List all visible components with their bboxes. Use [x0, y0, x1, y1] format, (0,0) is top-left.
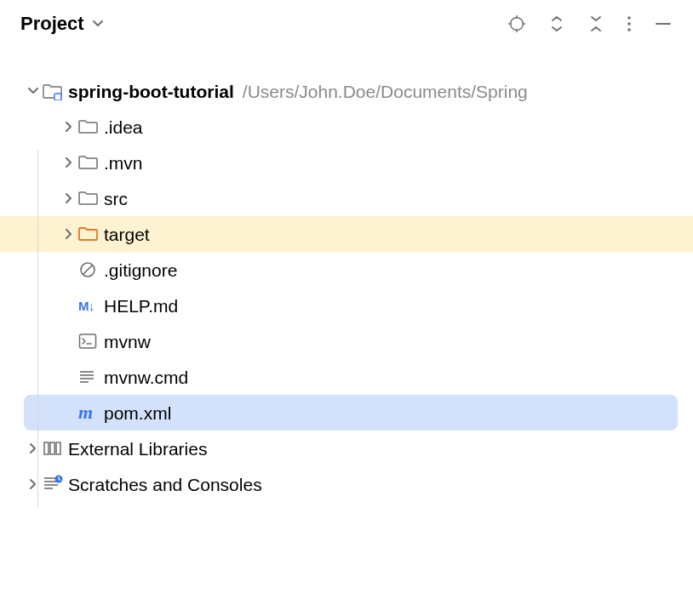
tree-item-label: Scratches and Consoles [68, 476, 262, 493]
textlines-icon [78, 368, 104, 385]
module-folder-icon [43, 82, 68, 100]
tree-row[interactable]: .mvn [0, 145, 693, 180]
tree-row[interactable]: src [0, 180, 693, 216]
tree-item-label: src [104, 190, 128, 208]
scratches-icon [43, 475, 68, 493]
tree-row[interactable]: Scratches and Consoles [0, 466, 693, 502]
tree-row[interactable]: External Libraries [0, 431, 693, 466]
tree-row[interactable]: mvnw [0, 323, 693, 359]
chevron-down-icon[interactable] [24, 85, 43, 97]
chevron-right-icon[interactable] [60, 157, 78, 168]
tree-item-label: mvnw.cmd [104, 368, 188, 386]
svg-rect-18 [44, 442, 49, 454]
chevron-right-icon[interactable] [24, 478, 43, 490]
tree-item-label: .gitignore [104, 261, 177, 279]
svg-line-11 [83, 265, 93, 275]
tree-row[interactable]: mpom.xml [24, 395, 678, 431]
minimize-icon[interactable] [654, 14, 673, 33]
target-icon[interactable] [507, 14, 526, 33]
tree-item-label: HELP.md [104, 297, 178, 315]
tree-item-label: .idea [104, 118, 143, 136]
tree-root-row[interactable]: spring-boot-tutorial /Users/John.Doe/Doc… [0, 73, 693, 109]
tree-row[interactable]: .idea [0, 109, 693, 145]
ignore-icon [78, 260, 104, 279]
svg-rect-9 [54, 94, 61, 100]
chevron-right-icon[interactable] [60, 121, 78, 133]
libs-icon [43, 440, 68, 457]
svg-point-6 [627, 22, 631, 26]
svg-point-5 [627, 16, 631, 20]
chevron-right-icon[interactable] [60, 192, 78, 204]
folder-gray-icon [78, 190, 104, 207]
expand-collapse-icon[interactable] [548, 14, 565, 33]
tree-item-label: .mvn [104, 154, 143, 172]
chevron-right-icon[interactable] [24, 442, 43, 454]
tree-guide-line [37, 150, 38, 507]
folder-orange-icon [78, 225, 104, 242]
tree-item-label: External Libraries [68, 440, 207, 458]
svg-rect-12 [80, 334, 96, 348]
shell-icon [78, 333, 104, 350]
tree-row[interactable]: M↓HELP.md [0, 288, 693, 323]
markdown-icon: M↓ [78, 299, 104, 312]
svg-rect-19 [50, 442, 54, 454]
project-panel-header: Project [0, 0, 693, 48]
panel-title-dropdown-icon[interactable] [91, 17, 105, 31]
more-icon[interactable] [627, 14, 632, 33]
svg-point-7 [627, 28, 631, 31]
tree-item-label: pom.xml [104, 404, 171, 422]
folder-gray-icon [78, 154, 104, 171]
root-name: spring-boot-tutorial [68, 83, 234, 100]
chevron-right-icon[interactable] [60, 228, 78, 240]
tree-row[interactable]: target [0, 216, 693, 252]
svg-rect-20 [56, 442, 60, 454]
svg-point-0 [511, 18, 524, 31]
tree-row[interactable]: mvnw.cmd [0, 359, 693, 395]
folder-gray-icon [78, 118, 104, 135]
maven-icon: m [78, 403, 104, 422]
project-tree: spring-boot-tutorial /Users/John.Doe/Doc… [0, 48, 693, 502]
root-path: /Users/John.Doe/Documents/Spring [243, 83, 528, 100]
tree-item-label: target [104, 225, 150, 243]
tree-item-label: mvnw [104, 333, 151, 351]
collapse-all-icon[interactable] [587, 14, 604, 33]
tree-row[interactable]: .gitignore [0, 252, 693, 288]
panel-title[interactable]: Project [20, 13, 84, 35]
